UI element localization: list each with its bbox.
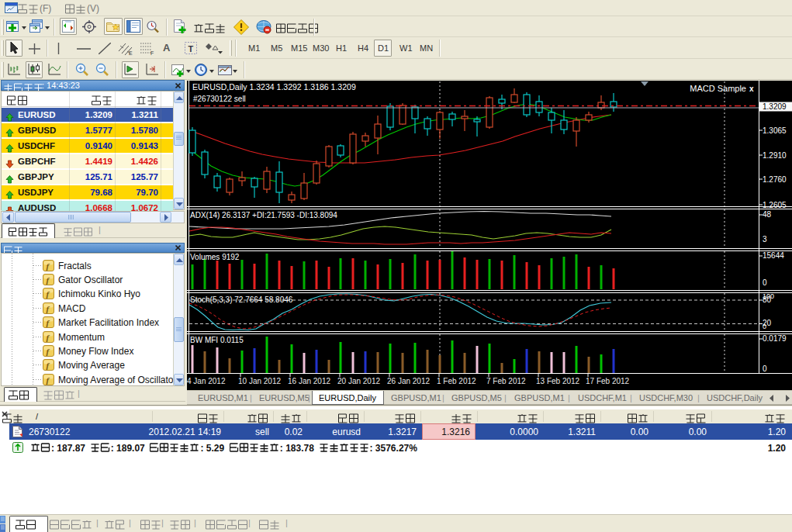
svg-text:26 Jan 2012: 26 Jan 2012	[387, 377, 430, 385]
svg-text:0: 0	[763, 323, 766, 330]
svg-text:17 Feb 2012: 17 Feb 2012	[586, 377, 630, 385]
svg-text:1.2605: 1.2605	[763, 201, 787, 209]
svg-text:0: 0	[763, 278, 767, 287]
svg-text:1.2760: 1.2760	[763, 175, 787, 184]
svg-text:1.3209: 1.3209	[763, 102, 787, 111]
svg-text:0.0179: 0.0179	[763, 334, 787, 343]
svg-text:#26730122 sell: #26730122 sell	[193, 95, 246, 103]
svg-text:EURUSD,Daily 1.3234 1.3292 1.: EURUSD,Daily 1.3234 1.3292 1.3186 1.3209	[192, 82, 356, 92]
svg-text:1.2910: 1.2910	[763, 151, 787, 160]
svg-text:0: 0	[763, 364, 767, 373]
svg-text:Volumes 9192: Volumes 9192	[190, 253, 240, 261]
svg-text:10 Jan 2012: 10 Jan 2012	[238, 377, 281, 385]
svg-text:16 Jan 2012: 16 Jan 2012	[288, 377, 330, 385]
svg-text:15644: 15644	[763, 251, 784, 260]
svg-text:100: 100	[763, 292, 774, 300]
svg-text:1 Feb 2012: 1 Feb 2012	[437, 377, 476, 385]
svg-text:E: E	[129, 50, 133, 55]
svg-text:1.3065: 1.3065	[763, 126, 787, 135]
svg-text:x: x	[749, 85, 754, 93]
svg-text:BW MFI 0.0115: BW MFI 0.0115	[190, 336, 244, 344]
svg-text:MACD Sample: MACD Sample	[690, 84, 746, 93]
svg-text:Stoch(5,3,3) 72.7664 58.8046: Stoch(5,3,3) 72.7664 58.8046	[190, 295, 293, 304]
svg-text:ADX(14) 26.3137 +DI:21.7593 -D: ADX(14) 26.3137 +DI:21.7593 -DI:13.8094	[190, 211, 337, 219]
svg-text:20 Jan 2012: 20 Jan 2012	[337, 377, 380, 385]
svg-text:3: 3	[763, 235, 767, 244]
svg-text:4 Jan 2012: 4 Jan 2012	[187, 377, 226, 385]
svg-text:7 Feb 2012: 7 Feb 2012	[486, 377, 526, 385]
svg-text:13 Feb 2012: 13 Feb 2012	[536, 377, 580, 385]
svg-text:48: 48	[763, 210, 772, 219]
svg-text:T: T	[188, 44, 194, 54]
svg-text:F: F	[150, 50, 154, 55]
